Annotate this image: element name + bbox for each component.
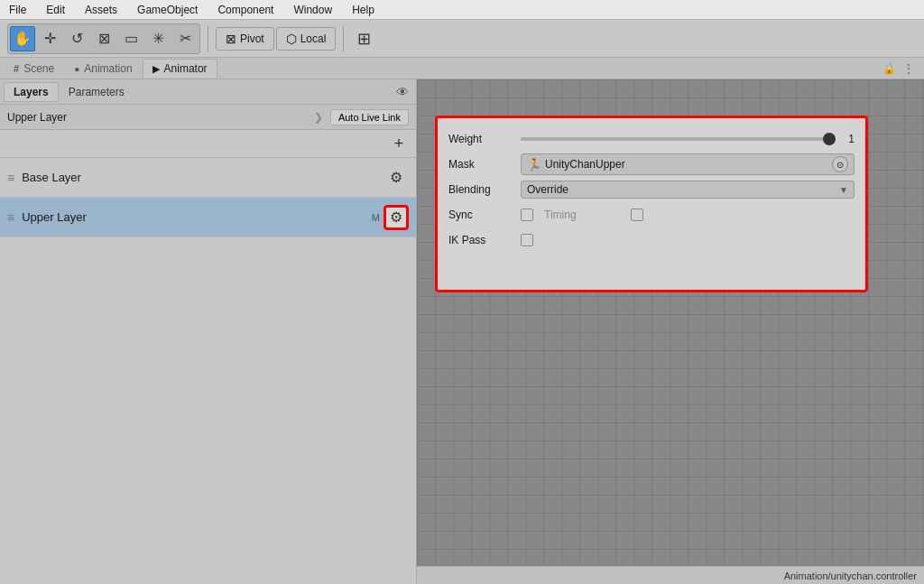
breadcrumb-bar: Upper Layer ❯ Auto Live Link (0, 105, 416, 130)
base-layer-settings-button[interactable]: ⚙ (383, 165, 409, 190)
local-label: Local (300, 32, 327, 45)
tool-hand[interactable]: ✋ (10, 26, 35, 51)
mask-person-icon: 🏃 (527, 158, 541, 171)
base-layer-drag-handle: ≡ (7, 171, 14, 185)
pivot-button[interactable]: ⊠ Pivot (216, 27, 274, 51)
local-button[interactable]: ⬡ Local (276, 27, 337, 51)
sub-tab-parameters[interactable]: Parameters (59, 82, 134, 102)
auto-live-link-button[interactable]: Auto Live Link (330, 109, 409, 125)
weight-row: Weight 1 (448, 127, 855, 151)
properties-panel: Weight 1 Mask (435, 116, 868, 292)
upper-layer-m-badge: M (372, 212, 380, 223)
blending-select[interactable]: Override ▼ (521, 181, 855, 199)
menu-edit[interactable]: Edit (42, 2, 69, 18)
menu-assets[interactable]: Assets (81, 2, 121, 18)
tab-lock-icons: 🔒 ⋮ (881, 60, 920, 77)
breadcrumb-arrow: ❯ (314, 111, 323, 124)
mask-value-field[interactable]: 🏃 UnityChanUpper ⊙ (521, 153, 855, 175)
weight-slider-container: 1 (521, 133, 855, 145)
menu-help[interactable]: Help (348, 2, 378, 18)
tool-scale-box[interactable]: ⊠ (91, 26, 116, 51)
sub-tab-bar: Layers Parameters 👁 (0, 79, 416, 105)
upper-layer-name: Upper Layer (22, 210, 372, 224)
timing-checkbox[interactable] (631, 209, 643, 221)
blending-label: Blending (448, 183, 521, 196)
properties-padding (448, 254, 855, 281)
status-bar: Animation/unitychan.controller (417, 566, 924, 584)
layers-list: ≡ Base Layer ⚙ ≡ Upper Layer M ⚙ (0, 158, 416, 584)
toolbar-sep-1 (208, 26, 208, 51)
tab-animation-label: Animation (84, 62, 132, 75)
local-icon: ⬡ (286, 32, 297, 46)
animator-graph[interactable]: Weight 1 Mask (417, 79, 924, 584)
sync-checkbox[interactable] (521, 209, 533, 221)
weight-slider-track[interactable] (521, 137, 829, 141)
tool-group-main: ✋ ✛ ↺ ⊠ ▭ ✳ ✂ (7, 23, 200, 54)
lock-icon[interactable]: 🔒 (881, 60, 897, 77)
menu-bar: File Edit Assets GameObject Component Wi… (0, 0, 924, 20)
blending-value: Override (527, 183, 839, 196)
menu-window[interactable]: Window (290, 2, 336, 18)
base-layer-name: Base Layer (22, 171, 383, 184)
add-layer-button[interactable]: + (389, 134, 409, 153)
blending-value-area: Override ▼ (521, 181, 855, 199)
mask-label: Mask (448, 158, 521, 171)
upper-layer-drag-handle: ≡ (7, 210, 14, 225)
animation-icon: ● (74, 64, 79, 74)
toolbar: ✋ ✛ ↺ ⊠ ▭ ✳ ✂ ⊠ Pivot ⬡ Local ⊞ (0, 20, 924, 58)
menu-gameobject[interactable]: GameObject (134, 2, 201, 18)
tab-scene-label: Scene (23, 62, 54, 75)
menu-file[interactable]: File (5, 2, 30, 18)
tab-animator-label: Animator (164, 62, 208, 75)
weight-slider-fill (521, 137, 829, 141)
menu-component[interactable]: Component (214, 2, 277, 18)
tab-scene[interactable]: # Scene (4, 59, 64, 78)
more-options-icon[interactable]: ⋮ (901, 60, 917, 77)
ik-pass-row: IK Pass (448, 228, 855, 252)
sync-row: Sync Timing (448, 203, 855, 227)
sub-tab-layers[interactable]: Layers (4, 82, 59, 102)
tab-animation[interactable]: ● Animation (64, 59, 142, 78)
tool-move[interactable]: ✛ (37, 26, 62, 51)
tool-rect[interactable]: ▭ (118, 26, 143, 51)
right-panel: Weight 1 Mask (417, 79, 924, 584)
left-panel: Layers Parameters 👁 Upper Layer ❯ Auto L… (0, 79, 417, 584)
scene-hash-icon: # (14, 63, 19, 74)
weight-label: Weight (448, 133, 521, 145)
ik-pass-label: IK Pass (448, 234, 521, 246)
blending-row: Blending Override ▼ (448, 178, 855, 201)
upper-layer-settings-button[interactable]: ⚙ (383, 205, 409, 230)
pivot-local-group: ⊠ Pivot ⬡ Local (216, 27, 336, 51)
sync-label: Sync (448, 209, 521, 221)
weight-slider-thumb[interactable] (823, 133, 836, 145)
tool-transform[interactable]: ✳ (145, 26, 171, 51)
timing-label: Timing (544, 209, 577, 221)
pivot-label: Pivot (240, 32, 264, 45)
animator-icon: ▶ (152, 63, 160, 75)
tab-bar: # Scene ● Animation ▶ Animator 🔒 ⋮ (0, 58, 924, 79)
mask-value-area: 🏃 UnityChanUpper ⊙ (521, 153, 855, 175)
mask-value-text: UnityChanUpper (545, 158, 625, 171)
main-layout: Layers Parameters 👁 Upper Layer ❯ Auto L… (0, 79, 924, 584)
eye-icon[interactable]: 👁 (393, 82, 412, 102)
tool-rotate[interactable]: ↺ (64, 26, 89, 51)
layer-row-upper[interactable]: ≡ Upper Layer M ⚙ (0, 198, 416, 237)
add-btn-row: + (0, 130, 416, 158)
ik-pass-checkbox[interactable] (521, 234, 533, 246)
breadcrumb-text: Upper Layer (7, 111, 314, 124)
tab-animator[interactable]: ▶ Animator (143, 59, 217, 78)
ik-pass-value-area (521, 234, 855, 246)
weight-value: 1 (836, 133, 855, 145)
weight-value-area: 1 (521, 133, 855, 145)
blending-dropdown-arrow: ▼ (839, 185, 848, 195)
layers-btn[interactable]: ⊞ (351, 26, 376, 51)
tool-custom[interactable]: ✂ (172, 26, 198, 51)
sync-value-area: Timing (521, 209, 855, 221)
mask-row: Mask 🏃 UnityChanUpper ⊙ (448, 153, 855, 176)
status-text: Animation/unitychan.controller (784, 570, 917, 581)
mask-target-button[interactable]: ⊙ (832, 156, 848, 172)
toolbar-sep-2 (343, 26, 344, 51)
layer-row-base[interactable]: ≡ Base Layer ⚙ (0, 158, 416, 198)
pivot-icon: ⊠ (226, 32, 236, 46)
